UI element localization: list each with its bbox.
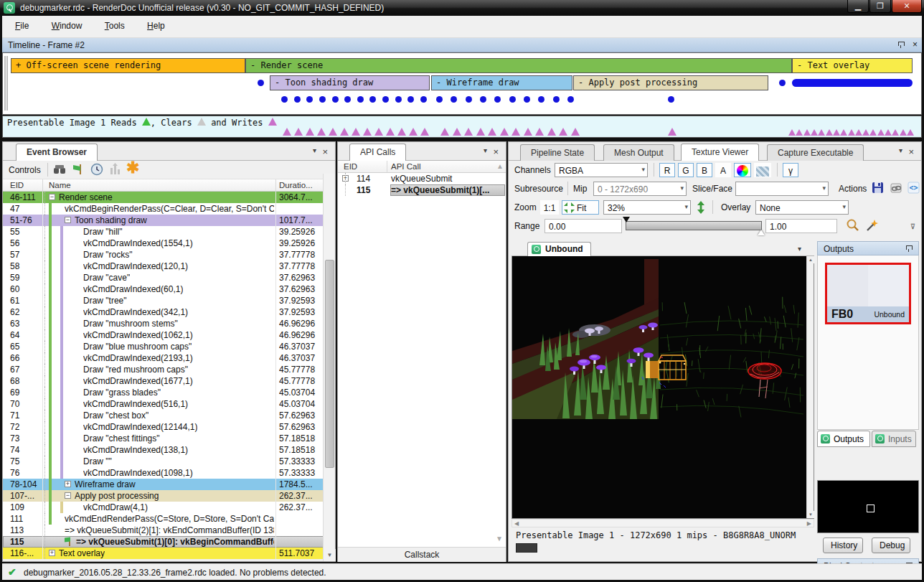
tab-outputs[interactable]: Outputs (817, 431, 870, 447)
api-call-row[interactable]: +114vkQueueSubmit (338, 173, 506, 184)
texture-vscrollbar[interactable]: ▲ ▼ (806, 256, 814, 518)
close-icon[interactable]: × (913, 40, 918, 49)
timeline-marker[interactable]: - Wireframe draw (431, 75, 572, 90)
event-row[interactable]: 57Draw "rocks"37.77778 (3, 249, 335, 261)
event-row[interactable]: 78-104+Wireframe draw1784.5... (3, 479, 335, 490)
event-row[interactable]: 55Draw "hill"39.25926 (3, 226, 335, 238)
collapse-icon[interactable]: − (65, 217, 71, 223)
event-dot[interactable] (779, 80, 786, 86)
event-dot[interactable] (466, 96, 472, 103)
event-pill[interactable] (792, 79, 913, 87)
chevron-down-icon[interactable]: ▾ (484, 146, 487, 154)
chevron-down-icon[interactable]: ▾ (313, 146, 316, 154)
event-row[interactable]: 113=> vkQueueSubmit(2)[1]: vkEndCommandB… (3, 525, 335, 536)
zoom-1to1-button[interactable]: 1:1 (540, 200, 559, 215)
event-row[interactable]: 71Draw "chest box"57.62963 (3, 410, 335, 421)
scroll-up-icon[interactable]: ▲ (807, 256, 814, 263)
bookmark-flag-icon[interactable] (72, 163, 85, 176)
tab-event-browser[interactable]: Event Browser (16, 144, 98, 161)
event-dot[interactable] (281, 96, 288, 103)
event-row[interactable]: 63Draw "mushroom stems"46.96296 (3, 318, 335, 329)
slice-face-select[interactable]: ▾ (735, 182, 829, 196)
texture-hscrollbar[interactable]: ◀ ▶ (512, 519, 814, 527)
event-dot[interactable] (538, 96, 544, 103)
pixel-context-view[interactable] (817, 480, 919, 533)
expand-icon[interactable]: + (65, 481, 71, 487)
custom-display-button[interactable] (734, 163, 751, 177)
event-row[interactable]: 111vkCmdEndRenderPass(C=Store, D=Store, … (3, 513, 335, 525)
event-row[interactable]: 109vkCmdDraw(4,1)262.37... (3, 502, 335, 513)
scroll-down-icon[interactable]: ▼ (324, 549, 336, 561)
pin-icon[interactable] (905, 245, 913, 252)
scroll-down-icon[interactable]: ▼ (807, 511, 814, 518)
event-dot[interactable] (344, 96, 351, 103)
event-row[interactable]: 72vkCmdDrawIndexed(12144,1)57.62963 (3, 421, 335, 433)
close-icon[interactable]: × (322, 146, 328, 157)
event-row[interactable]: 59Draw "cave"37.62963 (3, 272, 335, 283)
timeline-marker[interactable]: + Off-screen scene rendering (11, 58, 245, 73)
timeline-marker[interactable]: - Toon shading draw (270, 75, 430, 90)
timeline-marker[interactable]: - Render scene (245, 58, 792, 73)
overflow-chevron-icon[interactable]: ⊽ (910, 222, 915, 230)
event-dot[interactable] (494, 96, 501, 103)
channel-b-button[interactable]: B (697, 163, 712, 177)
range-max-input[interactable]: 1.00 (765, 219, 837, 233)
zoom-level-select[interactable]: 32%▾ (603, 200, 691, 215)
event-row[interactable]: 115=> vkQueueSubmit(1)[0]: vkBeginComman… (3, 536, 335, 548)
event-dot[interactable] (407, 96, 414, 103)
event-row[interactable]: 66vkCmdDrawIndexed(2193,1)46.37037 (3, 352, 335, 364)
find-icon[interactable] (53, 164, 67, 176)
channels-select[interactable]: RGBA▾ (555, 163, 648, 177)
texture-tab-unbound[interactable]: Unbound (527, 242, 591, 256)
event-dot[interactable] (567, 96, 574, 103)
event-row[interactable]: 56vkCmdDrawIndexed(1554,1)39.25926 (3, 238, 335, 249)
event-row[interactable]: 70vkCmdDrawIndexed(516,1)45.03704 (3, 398, 335, 410)
timeline-marker[interactable]: - Text overlay (792, 58, 913, 73)
channel-g-button[interactable]: G (678, 163, 694, 177)
event-dot[interactable] (553, 96, 560, 103)
tab-inputs[interactable]: Inputs (872, 431, 916, 447)
history-button[interactable]: History (823, 538, 863, 553)
event-row[interactable]: 46-111−Render scene3064.7... (3, 192, 335, 203)
event-row[interactable]: 69Draw "grass blades"45.03704 (3, 387, 335, 398)
debug-button[interactable]: Debug (872, 538, 910, 553)
col-duration[interactable]: Duratio... (279, 181, 313, 189)
event-dot[interactable] (369, 96, 376, 103)
zoom-fit-button[interactable]: Fit (562, 200, 599, 215)
menu-window[interactable]: Window (44, 16, 90, 31)
col-name[interactable]: Name (49, 181, 71, 189)
tab-mesh-output[interactable]: Mesh Output (603, 144, 674, 161)
menu-file[interactable]: File (8, 16, 36, 31)
event-dot[interactable] (509, 96, 516, 103)
time-icon[interactable] (90, 163, 103, 176)
event-row[interactable]: 68vkCmdDrawIndexed(1677,1)45.77778 (3, 375, 335, 387)
tab-texture-viewer[interactable]: Texture Viewer (681, 144, 759, 161)
tab-api-calls[interactable]: API Calls (349, 144, 406, 161)
event-row[interactable]: 58vkCmdDrawIndexed(120,1)37.77778 (3, 261, 335, 272)
duration-column-icon[interactable] (109, 163, 122, 176)
grip-handle[interactable] (4, 56, 6, 111)
overlay-select[interactable]: None▾ (755, 200, 849, 215)
pin-icon[interactable] (897, 41, 905, 48)
range-black-point-handle[interactable] (623, 217, 630, 222)
event-row[interactable]: 61Draw "tree"37.92593 (3, 295, 335, 306)
timeline-marker[interactable]: - Apply post processing (573, 75, 768, 90)
event-row[interactable]: 107-...−Apply post processing262.37... (3, 490, 335, 502)
code-icon[interactable]: <> (908, 182, 920, 196)
range-white-point-handle[interactable] (758, 230, 765, 235)
event-dot[interactable] (332, 96, 339, 103)
chevron-down-icon[interactable]: ▾ (899, 146, 902, 154)
col-eid[interactable]: EID (10, 181, 24, 189)
scroll-left-icon[interactable]: ◀ (514, 520, 519, 527)
range-slider[interactable] (626, 221, 762, 230)
zoom-range-icon[interactable] (846, 218, 860, 233)
event-browser-scrollbar[interactable]: ▼ (323, 174, 335, 561)
tab-pipeline-state[interactable]: Pipeline State (520, 144, 595, 161)
channel-r-button[interactable]: R (659, 163, 675, 177)
event-row[interactable]: 64vkCmdDrawIndexed(1062,1)46.96296 (3, 329, 335, 341)
open-link-icon[interactable] (890, 182, 904, 196)
event-row[interactable]: 51-76−Toon shading draw1017.7... (3, 215, 335, 226)
col-api-call[interactable]: API Call (391, 162, 421, 171)
menu-help[interactable]: Help (140, 16, 172, 31)
event-dot[interactable] (524, 96, 530, 103)
